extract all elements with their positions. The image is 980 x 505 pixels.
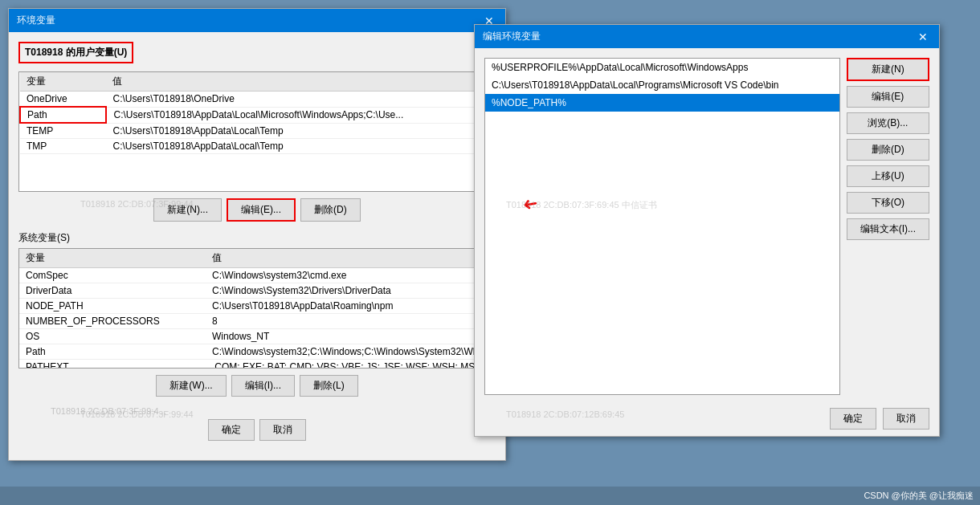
- sys-col-var: 变量: [19, 249, 206, 268]
- list-item[interactable]: C:\Users\T018918\AppData\Local\Programs\…: [485, 76, 839, 94]
- user-new-btn[interactable]: 新建(N)...: [153, 198, 222, 222]
- edit-new-btn[interactable]: 新建(N): [847, 58, 929, 81]
- val-cell: C:\Windows\system32\cmd.exe: [206, 268, 495, 283]
- edit-dialog: 编辑环境变量 ✕ %USERPROFILE%\AppData\Local\Mic…: [474, 24, 940, 437]
- env-dialog: 环境变量 ✕ T018918 的用户变量(U) 变量 值 OneDriveC:\…: [8, 8, 506, 461]
- var-cell: NODE_PATH: [19, 299, 206, 314]
- table-row[interactable]: PathC:\Windows\system32;C:\Windows;C:\Wi…: [19, 344, 495, 360]
- table-row[interactable]: TEMPC:\Users\T018918\AppData\Local\Temp: [20, 123, 495, 139]
- main-ok-btn[interactable]: 确定: [208, 419, 255, 441]
- edit-body: %USERPROFILE%\AppData\Local\Microsoft\Wi…: [475, 48, 939, 401]
- user-btn-row: 新建(N)... 编辑(E)... 删除(D): [18, 198, 496, 222]
- var-cell: TEMP: [20, 123, 106, 139]
- val-cell: .COM;.EXE;.BAT;.CMD;.VBS;.VBE;.JS;.JSE;.…: [206, 360, 495, 369]
- val-cell: 8: [206, 314, 495, 329]
- user-col-var: 变量: [20, 72, 106, 92]
- val-cell: C:\Users\T018918\OneDrive: [106, 92, 495, 108]
- var-cell: Path: [20, 107, 106, 123]
- edit-up-btn[interactable]: 上移(U): [847, 165, 929, 187]
- main-cancel-btn[interactable]: 取消: [259, 419, 306, 441]
- val-cell: C:\Windows\system32;C:\Windows;C:\Window…: [206, 344, 495, 360]
- var-cell: OS: [19, 329, 206, 344]
- var-cell: NUMBER_OF_PROCESSORS: [19, 314, 206, 329]
- bottom-bar-text: CSDN @你的美 @让我痴迷: [864, 491, 974, 500]
- table-row[interactable]: PATHEXT.COM;.EXE;.BAT;.CMD;.VBS;.VBE;.JS…: [19, 360, 495, 369]
- sys-btn-row: 新建(W)... 编辑(I)... 删除(L): [18, 375, 496, 397]
- env-dialog-body: T018918 的用户变量(U) 变量 值 OneDriveC:\Users\T…: [9, 32, 505, 460]
- path-list[interactable]: %USERPROFILE%\AppData\Local\Microsoft\Wi…: [484, 58, 840, 395]
- edit-buttons: 新建(N) 编辑(E) 浏览(B)... 删除(D) 上移(U) 下移(O) 编…: [847, 58, 929, 395]
- edit-dialog-title: 编辑环境变量: [483, 30, 541, 43]
- sys-var-table: 变量 值 ComSpecC:\Windows\system32\cmd.exeD…: [19, 249, 495, 369]
- edit-cancel-btn[interactable]: 取消: [883, 408, 929, 430]
- edit-dialog-close[interactable]: ✕: [915, 31, 931, 43]
- edit-text-btn[interactable]: 编辑文本(I)...: [847, 218, 929, 240]
- edit-edit-btn[interactable]: 编辑(E): [847, 86, 929, 108]
- sys-del-btn[interactable]: 删除(L): [300, 375, 358, 397]
- table-row[interactable]: DriverDataC:\Windows\System32\Drivers\Dr…: [19, 283, 495, 299]
- main-bottom-btn-row: 确定 取消: [18, 419, 496, 441]
- edit-ok-btn[interactable]: 确定: [830, 408, 876, 430]
- user-del-btn[interactable]: 删除(D): [300, 198, 361, 222]
- var-cell: Path: [19, 344, 206, 360]
- env-dialog-title: 环境变量: [17, 14, 55, 27]
- table-row[interactable]: ComSpecC:\Windows\system32\cmd.exe: [19, 268, 495, 283]
- user-section-label: T018918 的用户变量(U): [18, 42, 133, 63]
- edit-del-btn[interactable]: 删除(D): [847, 139, 929, 161]
- table-row[interactable]: OneDriveC:\Users\T018918\OneDrive: [20, 92, 495, 108]
- user-var-table: 变量 值 OneDriveC:\Users\T018918\OneDrivePa…: [19, 72, 495, 154]
- wm-user: T018918 2C:DB:07:3F:99:4...: [51, 406, 166, 416]
- sys-section-label: 系统变量(S): [18, 232, 70, 243]
- table-row[interactable]: TMPC:\Users\T018918\AppData\Local\Temp: [20, 139, 495, 154]
- val-cell: C:\Windows\System32\Drivers\DriverData: [206, 283, 495, 299]
- table-row[interactable]: NUMBER_OF_PROCESSORS8: [19, 314, 495, 329]
- val-cell: C:\Users\T018918\AppData\Roaming\npm: [206, 299, 495, 314]
- var-cell: ComSpec: [19, 268, 206, 283]
- table-row[interactable]: PathC:\Users\T018918\AppData\Local\Micro…: [20, 107, 495, 123]
- table-row[interactable]: OSWindows_NT: [19, 329, 495, 344]
- edit-dialog-bottom: 确定 取消: [475, 401, 939, 436]
- var-cell: OneDrive: [20, 92, 106, 108]
- list-item[interactable]: %NODE_PATH%: [485, 94, 839, 112]
- var-cell: PATHEXT: [19, 360, 206, 369]
- user-var-table-container[interactable]: 变量 值 OneDriveC:\Users\T018918\OneDrivePa…: [18, 71, 496, 192]
- edit-down-btn[interactable]: 下移(O): [847, 192, 929, 214]
- sys-new-btn[interactable]: 新建(W)...: [156, 375, 226, 397]
- bottom-bar: CSDN @你的美 @让我痴迷: [0, 487, 980, 505]
- var-cell: DriverData: [19, 283, 206, 299]
- sys-var-table-container[interactable]: 变量 值 ComSpecC:\Windows\system32\cmd.exeD…: [18, 248, 496, 369]
- val-cell: C:\Users\T018918\AppData\Local\Temp: [106, 139, 495, 154]
- var-cell: TMP: [20, 139, 106, 154]
- val-cell: C:\Users\T018918\AppData\Local\Microsoft…: [106, 107, 495, 123]
- edit-browse-btn[interactable]: 浏览(B)...: [847, 112, 929, 134]
- val-cell: Windows_NT: [206, 329, 495, 344]
- user-col-val: 值: [106, 72, 495, 92]
- edit-dialog-titlebar: 编辑环境变量 ✕: [475, 25, 939, 48]
- sys-edit-btn[interactable]: 编辑(I)...: [231, 375, 295, 397]
- env-dialog-titlebar: 环境变量 ✕: [9, 9, 505, 32]
- table-row[interactable]: NODE_PATHC:\Users\T018918\AppData\Roamin…: [19, 299, 495, 314]
- list-item[interactable]: %USERPROFILE%\AppData\Local\Microsoft\Wi…: [485, 59, 839, 76]
- sys-col-val: 值: [206, 249, 495, 268]
- val-cell: C:\Users\T018918\AppData\Local\Temp: [106, 123, 495, 139]
- user-edit-btn[interactable]: 编辑(E)...: [227, 198, 296, 222]
